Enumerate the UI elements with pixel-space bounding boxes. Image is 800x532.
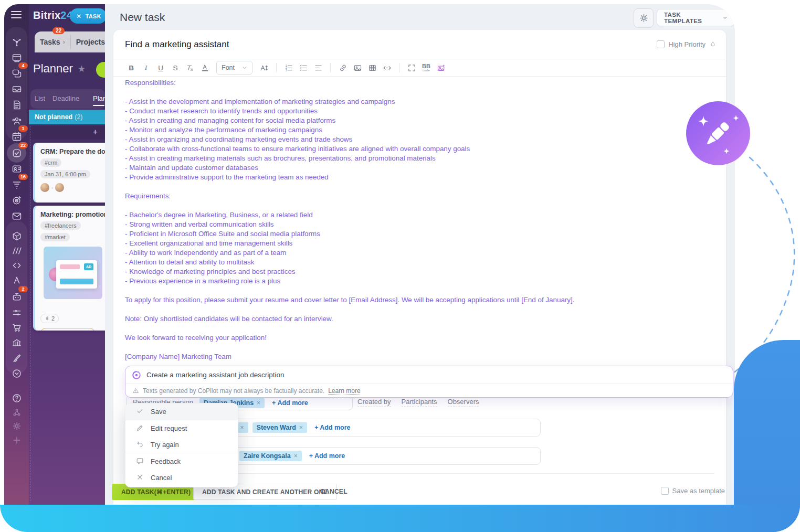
code-icon[interactable] (6, 258, 27, 273)
save-as-template-checkbox[interactable] (661, 487, 669, 495)
fullscreen-button[interactable] (405, 61, 418, 74)
task-card-marketing[interactable]: Marketing: promotion #freelancers#market… (33, 206, 105, 331)
clear-format-button[interactable] (184, 61, 196, 74)
bold-button[interactable]: B (125, 61, 138, 74)
plus-icon[interactable]: + (93, 127, 98, 137)
insert-table-button[interactable] (366, 61, 378, 74)
automation-icon[interactable] (6, 273, 27, 288)
sliders-icon[interactable] (6, 305, 27, 320)
task-description-editor[interactable]: Responsibilities: - Assist in the develo… (125, 78, 710, 361)
person-tag[interactable]: Steven Ward× (252, 422, 307, 433)
tag-freelancers[interactable]: #freelancers (40, 221, 81, 230)
hamburger-menu-icon[interactable] (11, 11, 22, 18)
bullet-list-button[interactable] (297, 61, 310, 74)
avatar[interactable] (40, 183, 49, 192)
network-icon[interactable] (6, 405, 27, 420)
tab-tasks[interactable]: Tasks› (35, 38, 70, 46)
underline-button[interactable]: U (154, 61, 167, 74)
link-created-by[interactable]: Created by (357, 398, 391, 407)
menu-item-try-again[interactable]: Try again (125, 437, 238, 453)
goal-icon[interactable] (6, 193, 27, 208)
calendar-icon[interactable]: 1 (6, 129, 27, 144)
favorite-star-icon[interactable]: ★ (78, 63, 86, 75)
cube-icon[interactable] (6, 229, 27, 243)
menu-item-cancel[interactable]: Cancel (125, 470, 238, 486)
feed-icon[interactable] (6, 35, 27, 49)
due-date-chip[interactable]: Jan 31, 6:00 pm (40, 170, 90, 178)
tab-plan[interactable]: Plan (93, 94, 105, 102)
funnel-icon[interactable]: 16 (6, 177, 27, 192)
more-icon[interactable] (6, 366, 27, 381)
editor-line: - Assist in organizing and coordinating … (125, 135, 710, 144)
high-priority-control[interactable]: High Priority (657, 40, 717, 48)
bitrix24-logo[interactable]: Bitrix24 (33, 9, 72, 22)
person-tag[interactable]: Zaire Kongsala× (239, 451, 302, 461)
link-observers[interactable]: Observers (448, 398, 479, 407)
add-icon[interactable] (6, 433, 27, 448)
save-as-template-control[interactable]: Save as template (661, 487, 725, 495)
inbox-icon[interactable] (6, 82, 27, 97)
avatar[interactable] (55, 183, 64, 192)
docs-icon[interactable] (6, 98, 27, 112)
sites-icon[interactable] (6, 243, 27, 258)
tab-deadline[interactable]: Deadline (52, 94, 79, 102)
remove-tag-icon[interactable]: × (299, 424, 303, 431)
column-dashed-border (30, 126, 30, 501)
tag-crm[interactable]: #crm (40, 158, 61, 167)
text-color-button[interactable] (198, 61, 211, 74)
link-button[interactable] (336, 61, 349, 74)
insert-image-button[interactable] (351, 61, 364, 74)
ai-image-button[interactable] (435, 61, 447, 74)
task-card-crm[interactable]: CRM: Prepare the docume #crm Jan 31, 6:0… (33, 143, 105, 203)
close-icon[interactable]: ✕ (76, 13, 82, 20)
attachment-count-chip[interactable]: 2 (40, 314, 59, 323)
task-attachment-preview[interactable]: AD (44, 247, 102, 299)
mail-icon[interactable] (6, 209, 27, 224)
font-size-button[interactable] (258, 61, 270, 74)
learn-more-link[interactable]: Learn more (328, 387, 360, 395)
quick-add-row[interactable]: + (30, 126, 105, 140)
align-button[interactable] (312, 61, 324, 74)
bbcode-button[interactable]: BBcode (420, 61, 433, 74)
add-more-link[interactable]: + Add more (272, 399, 308, 407)
cart-icon[interactable] (6, 320, 27, 335)
menu-item-feedback[interactable]: Feedback (125, 453, 238, 470)
bank-icon[interactable] (6, 336, 27, 350)
pen-icon[interactable] (6, 350, 27, 365)
add-more-link[interactable]: + Add more (314, 424, 351, 431)
menu-item-save[interactable]: Save (125, 403, 238, 420)
editor-line: - Excellent organizational and time mana… (125, 239, 710, 248)
insert-code-button[interactable] (381, 61, 393, 74)
strikethrough-button[interactable]: S (169, 61, 182, 74)
settings-icon[interactable] (6, 419, 27, 433)
tag-market[interactable]: #market (40, 233, 70, 241)
tab-projects[interactable]: Projects (71, 38, 105, 46)
ordered-list-button[interactable]: 123 (282, 61, 295, 74)
help-icon[interactable] (6, 391, 27, 406)
remove-tag-icon[interactable]: × (240, 424, 244, 431)
menu-item-edit-request[interactable]: Edit request (125, 420, 238, 437)
link-participants[interactable]: Participants (402, 398, 437, 407)
task-pill-button[interactable]: ✕ TASK (70, 8, 105, 24)
create-button-clipped[interactable] (96, 62, 105, 78)
remove-tag-icon[interactable]: × (294, 452, 298, 460)
task-title-input[interactable]: Find a marketing assistant (125, 39, 229, 50)
tab-list[interactable]: List (35, 94, 45, 102)
add-more-link[interactable]: + Add more (309, 452, 345, 460)
svg-text:3: 3 (285, 68, 287, 71)
column-header-not-planned[interactable]: Not planned(2) (29, 110, 105, 124)
editor-line (125, 305, 710, 314)
cancel-button[interactable]: CANCEL (320, 488, 348, 495)
chat-icon[interactable]: 4 (6, 66, 27, 81)
remove-tag-icon[interactable]: × (257, 399, 260, 407)
italic-button[interactable]: I (140, 61, 152, 74)
font-select[interactable]: Font (216, 61, 252, 75)
task-templates-button[interactable]: TASK TEMPLATES (657, 9, 735, 26)
tasks-icon[interactable]: 22 (6, 146, 27, 161)
robot-icon[interactable]: 2 (6, 290, 27, 304)
ai-image-icon (437, 63, 446, 72)
high-priority-checkbox[interactable] (657, 40, 665, 48)
copilot-prompt-box[interactable]: Create a marketing assistant job descrip… (125, 366, 733, 398)
settings-gear-button[interactable] (634, 8, 654, 28)
copilot-prompt-text[interactable]: Create a marketing assistant job descrip… (146, 371, 285, 379)
